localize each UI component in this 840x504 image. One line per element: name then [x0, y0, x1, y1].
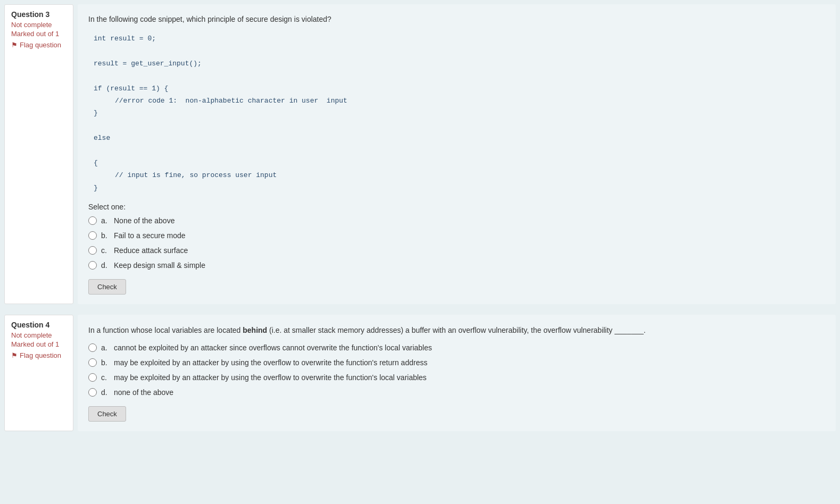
q3-flag-label: Flag question [20, 41, 61, 49]
code-line-2: result = get_user_input(); [94, 57, 823, 70]
q4-text-a: cannot be exploited by an attacker since… [114, 343, 432, 352]
q3-option-c: c. Reduce attack surface [88, 246, 823, 255]
q4-letter-c: c. [101, 373, 111, 382]
q4-flag-label: Flag question [20, 351, 61, 359]
q4-label-a[interactable]: a. cannot be exploited by an attacker si… [101, 343, 432, 352]
q3-number: 3 [46, 10, 50, 19]
q3-check-button[interactable]: Check [88, 279, 126, 295]
q4-text-b: may be exploited by an attacker by using… [114, 358, 427, 367]
code-line-5: } [94, 107, 823, 119]
q3-title-label: Question [11, 10, 44, 19]
q4-label-d[interactable]: d. none of the above [101, 388, 173, 397]
q4-option-a: a. cannot be exploited by an attacker si… [88, 343, 823, 352]
q3-radio-b[interactable] [88, 231, 97, 240]
q4-option-d: d. none of the above [88, 388, 823, 397]
q3-title: Question 3 [11, 10, 66, 19]
q4-label-c[interactable]: c. may be exploited by an attacker by us… [101, 373, 427, 382]
q4-label-b[interactable]: b. may be exploited by an attacker by us… [101, 358, 427, 367]
q3-label-a[interactable]: a. None of the above [101, 216, 174, 225]
q3-question-text: In the following code snippet, which pri… [88, 14, 823, 25]
code-line-9: } [94, 182, 823, 194]
q4-check-button[interactable]: Check [88, 406, 126, 422]
q4-radio-c[interactable] [88, 373, 97, 382]
code-line-7: { [94, 157, 823, 169]
q3-text-d: Keep design small & simple [114, 261, 205, 270]
flag-icon: ⚑ [11, 41, 18, 49]
q3-label-b[interactable]: b. Fail to a secure mode [101, 231, 186, 240]
q3-code-block: int result = 0; result = get_user_input(… [88, 32, 823, 194]
q4-option-b: b. may be exploited by an attacker by us… [88, 358, 823, 367]
code-line-blank-3 [94, 120, 823, 132]
q4-question-text: In a function whose local variables are … [88, 324, 823, 336]
code-line-blank-1 [94, 45, 823, 57]
q3-radio-a[interactable] [88, 216, 97, 225]
q4-number: 4 [46, 321, 50, 329]
page-wrapper: Question 3 Not complete Marked out of 1 … [0, 0, 840, 438]
q3-text-b: Fail to a secure mode [114, 231, 186, 240]
code-line-4: //error code 1: non-alphabetic character… [94, 95, 823, 107]
q4-text-d: none of the above [114, 388, 173, 397]
q4-letter-a: a. [101, 343, 111, 352]
q4-text-before-bold: In a function whose local variables are … [88, 326, 243, 334]
q3-flag-question[interactable]: ⚑ Flag question [11, 41, 66, 49]
q4-title-label: Question [11, 321, 44, 329]
q3-option-a: a. None of the above [88, 216, 823, 225]
q4-radio-a[interactable] [88, 343, 97, 352]
q3-text-a: None of the above [114, 216, 174, 225]
code-line-blank-2 [94, 70, 823, 82]
q3-letter-d: d. [101, 261, 111, 270]
q4-letter-d: d. [101, 388, 111, 397]
q4-text-after-bold: (i.e. at smaller stack memory addresses)… [267, 326, 645, 334]
q4-radio-b[interactable] [88, 358, 97, 367]
code-line-6: else [94, 132, 823, 144]
q3-radio-d[interactable] [88, 261, 97, 270]
code-line-8: // input is fine, so process user input [94, 169, 823, 181]
q3-letter-a: a. [101, 216, 111, 225]
q4-options-list: a. cannot be exploited by an attacker si… [88, 343, 823, 397]
q4-title: Question 4 [11, 321, 66, 329]
q3-label-c[interactable]: c. Reduce attack surface [101, 246, 188, 255]
q4-flag-question[interactable]: ⚑ Flag question [11, 351, 66, 359]
q3-status: Not complete [11, 21, 66, 29]
q3-sidebar: Question 3 Not complete Marked out of 1 … [4, 4, 73, 304]
q4-radio-d[interactable] [88, 388, 97, 397]
q3-radio-c[interactable] [88, 246, 97, 255]
q4-marked: Marked out of 1 [11, 340, 66, 348]
q3-option-d: d. Keep design small & simple [88, 261, 823, 270]
q3-content: In the following code snippet, which pri… [78, 4, 836, 304]
code-line-3: if (result == 1) { [94, 82, 823, 95]
q4-content: In a function whose local variables are … [78, 315, 836, 431]
q4-option-c: c. may be exploited by an attacker by us… [88, 373, 823, 382]
q3-options-list: a. None of the above b. Fail to a secure… [88, 216, 823, 270]
code-line-blank-4 [94, 145, 823, 157]
q3-letter-b: b. [101, 231, 111, 240]
q3-option-b: b. Fail to a secure mode [88, 231, 823, 240]
q3-letter-c: c. [101, 246, 111, 255]
q3-select-label: Select one: [88, 203, 823, 211]
q4-text-bold: behind [243, 326, 267, 334]
q3-marked: Marked out of 1 [11, 30, 66, 38]
q4-sidebar: Question 4 Not complete Marked out of 1 … [4, 315, 73, 431]
q3-text-c: Reduce attack surface [114, 246, 188, 255]
q4-letter-b: b. [101, 358, 111, 367]
q4-text-c: may be exploited by an attacker by using… [114, 373, 427, 382]
flag-icon-q4: ⚑ [11, 351, 18, 359]
question-4-block: Question 4 Not complete Marked out of 1 … [0, 310, 840, 435]
code-line-1: int result = 0; [94, 32, 823, 45]
question-3-block: Question 3 Not complete Marked out of 1 … [0, 0, 840, 308]
q4-status: Not complete [11, 331, 66, 339]
q3-label-d[interactable]: d. Keep design small & simple [101, 261, 205, 270]
